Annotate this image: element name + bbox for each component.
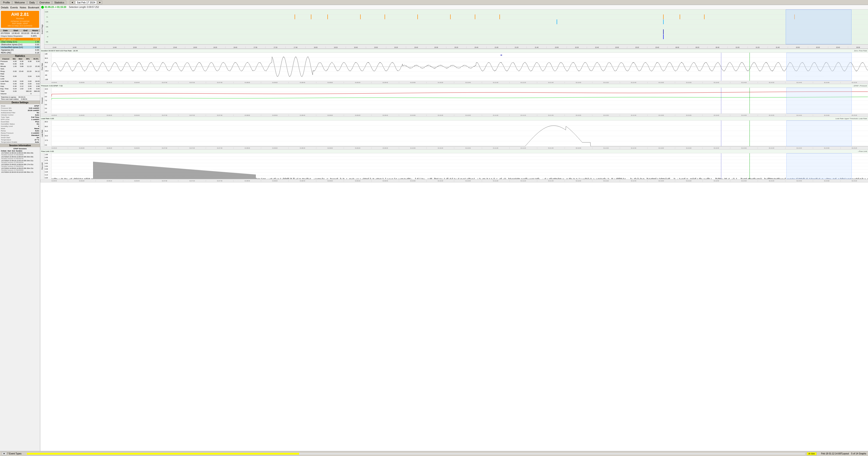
fr-tm-30: 01:15:20	[840, 82, 868, 83]
flow-limit-green-line	[749, 153, 750, 179]
flow-rate-cursor	[721, 53, 721, 81]
progress-bar[interactable]	[27, 453, 805, 455]
fr-tm-9: 01:08:20	[261, 82, 288, 83]
layout-label: Layout	[842, 452, 849, 455]
stats-row-flow: Flow0.000.040.24	[0, 75, 40, 78]
csr-label: CSR	[44, 11, 49, 13]
tab-daily[interactable]: Daily	[27, 1, 37, 4]
tm-2140: 21:40	[527, 47, 547, 48]
flow-limit-y-label: Flow Limit	[41, 162, 43, 170]
flow-rate-chart[interactable]: H	[52, 53, 868, 81]
setting-mask: MaskNasal	[1, 127, 39, 129]
stats-row-volume: Volume0	[0, 92, 40, 95]
tab-statistics[interactable]: Statistics	[52, 1, 66, 4]
pressure-chart[interactable]	[52, 88, 868, 114]
stats-col-99: 99.5%	[32, 58, 40, 60]
fr-tm-5: 01:07:00	[151, 82, 178, 83]
tm-2020: 20:20	[446, 47, 466, 48]
h-mark-1	[663, 34, 663, 39]
tab-welcome[interactable]: Welcome	[12, 1, 27, 4]
leak-redline-label: Time over leak redline	[1, 98, 19, 100]
statistics-header: Statistics	[0, 54, 40, 58]
stats-row-snore: Snore0.000.000.000.02	[0, 83, 40, 85]
bookmark-link[interactable]: Bookmark	[28, 6, 39, 9]
y--45: -45.0	[45, 70, 51, 72]
tm-2120: 21:20	[506, 47, 527, 48]
stats-col-med: Med	[17, 58, 24, 60]
flow-rate-green-line	[749, 53, 750, 81]
col-date: Date	[0, 29, 11, 32]
tm-1400: 14:00	[64, 47, 85, 48]
tm-0140: 01:40	[768, 47, 788, 48]
flow-rate-timeline-marks: 01:05:40 01:06:00 01:06:20 01:06:40 01:0…	[40, 82, 868, 83]
pressure-info-bar: Pressure: 8.52 EPAP: 7.52 --EPAP--Pressu…	[40, 84, 868, 88]
pt-11: 01:09:00	[316, 115, 344, 116]
tm-1840: 18:40	[346, 47, 366, 48]
pt-6: 01:07:20	[178, 115, 206, 116]
fr-tm-19: 01:11:40	[537, 82, 565, 83]
col-hours: Hours	[30, 29, 40, 32]
ahi-model: AirSense 10 AutoSet	[2, 20, 38, 22]
ca-mark-1	[557, 20, 557, 24]
fly-038: 0.38	[45, 168, 51, 170]
fly-025: 0.25	[45, 171, 51, 173]
notes-link[interactable]: Notes	[20, 6, 26, 9]
tm-1600: 16:00	[185, 47, 205, 48]
graph-area[interactable]: Event Flags CSR LL	[40, 9, 868, 451]
setting-abfilter: Antibacterial FilterNo	[1, 112, 39, 114]
stats-row-tidal: Tidal0.00380.00680.09	[0, 90, 40, 92]
events-link[interactable]: Events	[10, 6, 18, 9]
tm-2220: 22:20	[567, 47, 587, 48]
ca-label: CA	[44, 21, 49, 23]
stats-row-exptime: Exp. Time0.041.622.463.84	[0, 88, 40, 90]
tab-overview[interactable]: Overview	[37, 1, 52, 4]
pt-19: 01:11:40	[537, 115, 565, 116]
ll-mark-11	[680, 14, 680, 19]
tab-profile[interactable]: Profile	[1, 1, 12, 4]
flow-rate-y-values: 135 90.0 45.0 0.0 -45.0 -90 -135	[44, 53, 52, 81]
ua-mark-1	[663, 29, 663, 34]
pt-25: 01:13:40	[703, 115, 730, 116]
session-date-table: Date Start End Hours 2/17/2024 13:36:43 …	[0, 29, 40, 37]
fly-0: 0.00	[45, 177, 51, 179]
pt-23: 01:13:00	[647, 115, 675, 116]
cpap-sessions-header: CPAP Sessions	[1, 148, 39, 150]
fr-tm-14: 01:10:00	[399, 82, 427, 83]
ll-mark-6	[417, 14, 418, 19]
flow-limit-chart[interactable]	[52, 153, 868, 179]
tm-1340: 13:40	[44, 47, 64, 48]
flow-limit-content: Flow Limit 1.00 0.88 0.75 0.63 0.50 0.38…	[40, 153, 868, 179]
layout-info: Layout 5 of 14 Graphs	[842, 452, 866, 455]
pt-30: 01:15:20	[840, 115, 868, 116]
fr-tm-13: 01:09:40	[371, 82, 399, 83]
tm-0100: 01:00	[727, 47, 747, 48]
next-date-button[interactable]: ►	[98, 1, 102, 4]
pt-18: 01:11:20	[509, 115, 537, 116]
device-settings-section: ModeAPAP Pressure Min5.00 cmH2O Pressure…	[0, 104, 40, 144]
setting-pmin: Pressure Min5.00 cmH2O	[1, 107, 39, 109]
flow-limit-y-title: Flow Limit	[40, 153, 44, 179]
large-leak-label: Large Leak (LL)	[1, 38, 16, 40]
date-navigation: ◄ Sat Feb 17 2024 ►	[70, 1, 102, 4]
pressure-canvas	[52, 88, 868, 114]
y-135: 135	[45, 53, 51, 55]
details-link[interactable]: Details	[1, 6, 8, 9]
session-start: 13:36:43	[11, 32, 21, 35]
fr-tm-12: 01:09:20	[344, 82, 371, 83]
event-flags-content[interactable]: CSR LL	[44, 9, 868, 49]
right-panel: 01:05:23 -> 01:15:20 Selection Length: 0…	[40, 5, 868, 451]
pressure-y-values: 10.0 9.0 8.0 7.0 6.0 5.0 4.0	[44, 88, 52, 114]
time-position: 4h 59m	[807, 452, 817, 455]
pt-29: 01:15:00	[813, 115, 840, 116]
stats-row-insp: Insp.0.302.123.003.98	[0, 85, 40, 88]
pt-3: 01:06:20	[95, 115, 123, 116]
flow-rate-canvas	[52, 53, 868, 81]
leak-rate-chart[interactable]	[52, 121, 868, 146]
fr-tm-29: 01:15:00	[813, 82, 840, 83]
prev-date-button[interactable]: ◄	[70, 1, 74, 4]
event-types-dropdown[interactable]: ▼	[2, 452, 6, 455]
flow-limit-cursor	[721, 153, 721, 179]
session-row-2: 2/17/2024 13:36:43 13:35:44 00h 00m 00s …	[1, 156, 39, 159]
session-id-2: ResMed Session #1708198740	[1, 158, 39, 159]
pt-7: 01:07:40	[206, 115, 233, 116]
